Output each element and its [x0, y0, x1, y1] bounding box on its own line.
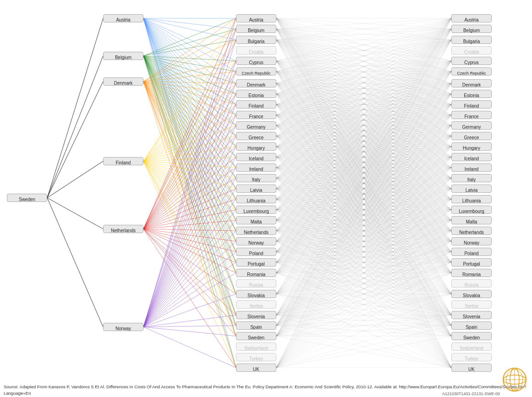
mid-m_turkey[interactable]: Turkey: [236, 353, 276, 361]
mid-m_malta[interactable]: Malta: [236, 216, 276, 224]
left-belgium[interactable]: Belgium: [103, 52, 143, 60]
svg-line-986: [276, 273, 451, 336]
mid-m_sweden[interactable]: Sweden: [236, 332, 276, 340]
mid-m_italy[interactable]: Italy: [236, 174, 276, 182]
right-r_belgium[interactable]: Belgium: [451, 25, 492, 33]
right-r_croatia[interactable]: Croatia: [451, 46, 492, 54]
right-r_denmark[interactable]: Denmark: [451, 79, 492, 87]
svg-line-139: [143, 210, 236, 229]
mid-m_hungary[interactable]: Hungary: [236, 142, 276, 151]
mid-m_bulgaria[interactable]: Bulgaria: [236, 36, 276, 44]
right-r_slovakia[interactable]: Slovakia: [451, 290, 492, 298]
right-r_serbia[interactable]: Serbia: [451, 300, 492, 309]
right-r_portugal[interactable]: Portugal: [451, 258, 492, 266]
svg-line-861: [276, 178, 451, 273]
right-r_norway[interactable]: Norway: [451, 237, 492, 245]
svg-line-313: [276, 71, 451, 210]
right-r_greece[interactable]: Greece: [451, 132, 492, 140]
right-r_france[interactable]: France: [451, 111, 492, 119]
right-r_cyprus[interactable]: Cyprus: [451, 57, 492, 65]
mid-m_latvia[interactable]: Latvia: [236, 185, 276, 193]
right-r_czech[interactable]: Czech Republic: [451, 67, 492, 76]
mid-m_cyprus[interactable]: Cyprus: [236, 57, 276, 65]
right-r_slovenia[interactable]: Slovenia: [451, 311, 492, 319]
svg-line-190: [276, 18, 451, 136]
right-r_switzerland[interactable]: Switzerland: [451, 343, 492, 351]
right-r_latvia[interactable]: Latvia: [451, 185, 492, 193]
svg-line-866: [276, 231, 451, 273]
svg-line-393: [276, 104, 451, 136]
right-r_sweden[interactable]: Sweden: [451, 332, 492, 340]
right-r_spain[interactable]: Spain: [451, 321, 492, 330]
svg-line-198: [276, 18, 451, 220]
svg-line-8: [143, 18, 236, 40]
mid-m_croatia[interactable]: Croatia: [236, 46, 276, 54]
svg-line-717: [276, 189, 451, 220]
left-netherlands[interactable]: Netherlands: [103, 225, 143, 233]
left-sweden[interactable]: Sweden: [7, 194, 47, 202]
mid-m_russia[interactable]: Russia: [236, 279, 276, 288]
left-denmark[interactable]: Denmark: [103, 77, 143, 86]
right-r_russia[interactable]: Russia: [451, 279, 492, 288]
mid-m_poland[interactable]: Poland: [236, 248, 276, 256]
svg-line-639: [276, 189, 451, 294]
mid-m_germany[interactable]: Germany: [236, 121, 276, 130]
mid-m_slovakia[interactable]: Slovakia: [236, 290, 276, 298]
mid-m_iceland[interactable]: Iceland: [236, 153, 276, 161]
mid-m_denmark[interactable]: Denmark: [236, 79, 276, 87]
right-r_lithuania[interactable]: Lithuania: [451, 195, 492, 203]
svg-line-278: [276, 61, 451, 147]
right-r_turkey[interactable]: Turkey: [451, 353, 492, 361]
mid-m_greece[interactable]: Greece: [236, 132, 276, 140]
svg-line-13: [143, 18, 236, 104]
mid-m_spain[interactable]: Spain: [236, 321, 276, 330]
mid-m_france[interactable]: France: [236, 111, 276, 119]
svg-line-931: [276, 315, 451, 326]
mid-m_netherlands[interactable]: Netherlands: [236, 227, 276, 235]
mid-m_uk[interactable]: UK: [236, 364, 276, 372]
svg-line-201: [276, 18, 451, 252]
svg-line-97: [143, 71, 236, 161]
left-finland[interactable]: Finland: [103, 157, 143, 165]
right-r_finland[interactable]: Finland: [451, 100, 492, 109]
mid-m_czech[interactable]: Czech Republic: [236, 67, 276, 76]
mid-m_finland[interactable]: Finland: [236, 100, 276, 109]
mid-m_ireland[interactable]: Ireland: [236, 163, 276, 172]
svg-line-1008: [276, 199, 451, 368]
mid-m_portugal[interactable]: Portugal: [236, 258, 276, 266]
right-r_romania[interactable]: Romania: [451, 269, 492, 277]
svg-line-453: [276, 125, 451, 157]
right-r_austria[interactable]: Austria: [451, 14, 492, 22]
right-r_netherlands[interactable]: Netherlands: [451, 227, 492, 235]
left-norway_l[interactable]: Norway: [103, 323, 143, 331]
mid-m_estonia[interactable]: Estonia: [236, 90, 276, 98]
left-austria[interactable]: Austria: [103, 14, 143, 22]
svg-line-123: [143, 29, 236, 229]
mid-m_austria[interactable]: Austria: [236, 14, 276, 22]
right-r_luxembourg[interactable]: Luxembourg: [451, 206, 492, 214]
mid-m_serbia[interactable]: Serbia: [236, 300, 276, 309]
right-r_bulgaria[interactable]: Bulgaria: [451, 36, 492, 44]
mid-m_norway[interactable]: Norway: [236, 237, 276, 245]
right-r_uk[interactable]: UK: [451, 364, 492, 372]
right-r_malta[interactable]: Malta: [451, 216, 492, 224]
right-r_poland[interactable]: Poland: [451, 248, 492, 256]
right-r_estonia[interactable]: Estonia: [451, 90, 492, 98]
right-r_ireland[interactable]: Ireland: [451, 163, 492, 172]
svg-line-35: [143, 18, 236, 56]
svg-line-622: [276, 104, 451, 189]
right-r_germany[interactable]: Germany: [451, 121, 492, 130]
svg-line-821: [276, 61, 451, 262]
mid-m_romania[interactable]: Romania: [236, 269, 276, 277]
right-r_italy[interactable]: Italy: [451, 174, 492, 182]
mid-m_switzerland[interactable]: Switzerland: [236, 343, 276, 351]
mid-m_slovenia[interactable]: Slovenia: [236, 311, 276, 319]
svg-line-805: [276, 199, 451, 252]
right-r_hungary[interactable]: Hungary: [451, 142, 492, 151]
right-r_iceland[interactable]: Iceland: [451, 153, 492, 161]
svg-line-282: [276, 61, 451, 189]
mid-m_belgium[interactable]: Belgium: [236, 25, 276, 33]
svg-line-917: [276, 157, 451, 315]
mid-m_luxembourg[interactable]: Luxembourg: [236, 206, 276, 214]
mid-m_lithuania[interactable]: Lithuania: [236, 195, 276, 203]
